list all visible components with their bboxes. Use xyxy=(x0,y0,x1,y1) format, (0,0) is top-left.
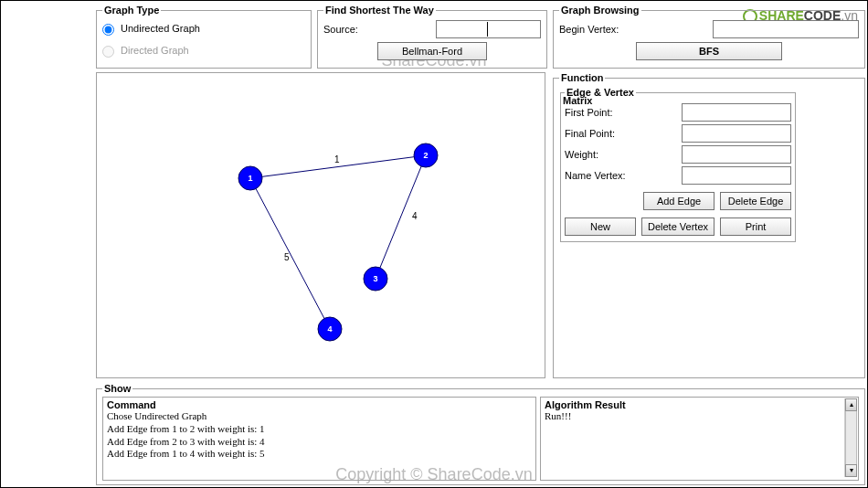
weight-input[interactable] xyxy=(682,145,791,164)
radio-directed[interactable] xyxy=(102,46,114,58)
edge-weight-label: 5 xyxy=(284,252,290,262)
delete-vertex-button[interactable]: Delete Vertex xyxy=(641,217,715,236)
weight-label: Weight: xyxy=(565,149,598,160)
edge-weight-label: 1 xyxy=(334,154,340,164)
graph-browsing-group: Graph Browsing Begin Vertex: BFS xyxy=(553,5,865,69)
source-input[interactable] xyxy=(436,20,541,38)
add-edge-button[interactable]: Add Edge xyxy=(643,192,715,210)
show-group: Show Command Chose Undirected Graph Add … xyxy=(96,383,865,485)
result-title: Algorithm Result xyxy=(545,399,854,410)
bfs-button[interactable]: BFS xyxy=(636,42,782,60)
result-box: Algorithm Result Run!!! ▴ ▾ xyxy=(540,397,859,481)
name-vertex-label: Name Vertex: xyxy=(565,170,626,181)
edge-vertex-group: Edge & Vertex First Point: Final Point: … xyxy=(560,87,796,242)
final-point-label: Final Point: xyxy=(565,128,615,139)
begin-vertex-label: Begin Vertex: xyxy=(559,24,619,35)
first-point-label: First Point: xyxy=(565,107,613,118)
option-directed[interactable]: Directed Graph xyxy=(102,45,189,58)
graph-edge[interactable] xyxy=(250,178,330,329)
graph-canvas[interactable]: 1451234 xyxy=(96,72,545,378)
text-cursor-icon xyxy=(487,22,488,37)
scrollbar[interactable]: ▴ ▾ xyxy=(844,398,857,477)
radio-undirected[interactable] xyxy=(102,24,114,36)
find-shortest-legend: Find Shortest The Way xyxy=(323,5,436,16)
show-legend: Show xyxy=(102,383,132,394)
edge-weight-label: 4 xyxy=(412,211,418,221)
result-text: Run!!! xyxy=(545,410,854,423)
vertex-label: 2 xyxy=(423,151,428,160)
bellman-ford-button[interactable]: Bellman-Ford xyxy=(377,42,487,60)
begin-vertex-input[interactable] xyxy=(713,20,859,38)
graph-type-group: Graph Type Undirected Graph Directed Gra… xyxy=(96,5,312,69)
name-vertex-input[interactable] xyxy=(682,166,791,185)
graph-type-legend: Graph Type xyxy=(102,5,161,16)
scroll-down-icon[interactable]: ▾ xyxy=(845,464,857,477)
vertex-label: 3 xyxy=(373,274,377,283)
source-label: Source: xyxy=(323,24,358,35)
command-title: Command xyxy=(107,399,532,410)
vertex-label: 1 xyxy=(248,174,252,183)
function-legend: Function xyxy=(559,72,605,83)
delete-edge-button[interactable]: Delete Edge xyxy=(720,192,791,210)
command-text: Chose Undirected Graph Add Edge from 1 t… xyxy=(107,410,532,461)
command-box: Command Chose Undirected Graph Add Edge … xyxy=(102,397,536,481)
vertex-label: 4 xyxy=(327,324,332,334)
graph-edge[interactable] xyxy=(376,155,426,279)
scroll-up-icon[interactable]: ▴ xyxy=(845,398,857,411)
function-group: Function Edge & Vertex First Point: Fina… xyxy=(553,72,865,378)
scroll-track[interactable] xyxy=(845,411,857,464)
first-point-input[interactable] xyxy=(682,103,791,122)
find-shortest-group: Find Shortest The Way Source: Bellman-Fo… xyxy=(317,5,547,69)
option-undirected[interactable]: Undirected Graph xyxy=(102,23,200,36)
final-point-input[interactable] xyxy=(682,124,791,143)
graph-browsing-legend: Graph Browsing xyxy=(559,5,641,16)
edge-vertex-legend: Edge & Vertex xyxy=(565,87,636,98)
print-button[interactable]: Print xyxy=(720,217,791,236)
new-button[interactable]: New xyxy=(565,217,636,236)
